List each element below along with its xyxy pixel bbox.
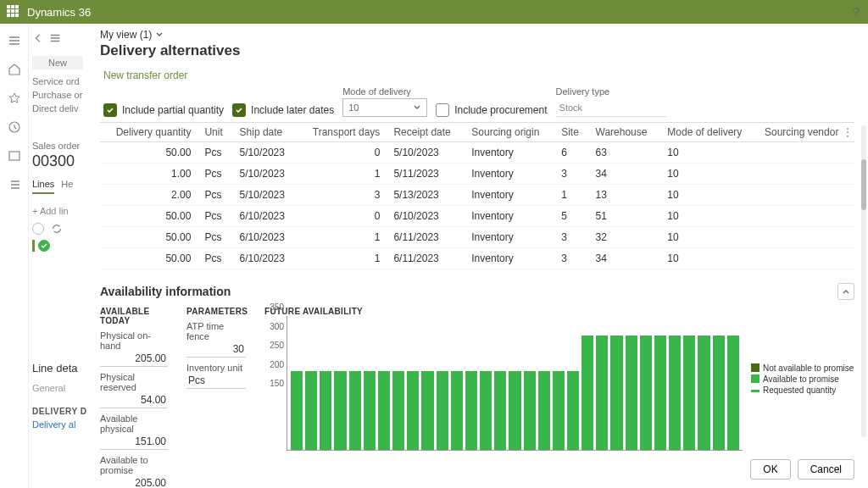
svg-rect-1 xyxy=(9,152,19,160)
chart-bar xyxy=(465,371,477,450)
tab-lines[interactable]: Lines xyxy=(32,179,54,194)
table-row[interactable]: 50.00Pcs5/10/202305/10/2023Inventory6631… xyxy=(100,142,854,164)
table-row[interactable]: 2.00Pcs5/10/202335/13/2023Inventory11310 xyxy=(100,185,854,206)
ok-button[interactable]: OK xyxy=(750,459,790,480)
scrollbar[interactable] xyxy=(861,125,866,437)
mode-of-delivery-select[interactable]: 10 xyxy=(342,98,427,117)
bg-link[interactable]: Purchase or xyxy=(32,88,83,102)
order-number: 00300 xyxy=(32,152,83,170)
chart-bar xyxy=(320,371,331,450)
product-name: Dynamics 36 xyxy=(27,6,91,19)
delivery-section-label: DELIVERY D xyxy=(32,407,83,416)
alternatives-table: ⋮ Delivery quantityUnitShip dateTranspor… xyxy=(100,122,854,269)
more-columns-icon[interactable]: ⋮ xyxy=(843,126,853,138)
chart-bar xyxy=(626,336,637,450)
table-row[interactable]: 1.00Pcs5/10/202315/11/2023Inventory33410 xyxy=(100,164,854,185)
delivery-alternatives-link[interactable]: Delivery al xyxy=(32,419,83,430)
refresh-icon[interactable] xyxy=(51,223,63,235)
chart-bar xyxy=(421,371,433,450)
chart-legend: Not available to promise Available to pr… xyxy=(746,307,854,451)
row-select-icon[interactable] xyxy=(32,223,44,235)
chart-bar xyxy=(596,336,608,450)
y-tick: 350 xyxy=(265,302,284,312)
chart-bar xyxy=(407,371,419,450)
new-transfer-order-link[interactable]: New transfer order xyxy=(103,69,854,81)
include-later-checkbox[interactable]: Include later dates xyxy=(232,103,334,117)
availability-heading: Availability information xyxy=(100,285,231,298)
chart-bar xyxy=(437,371,448,450)
chart-bar xyxy=(334,371,346,450)
available-physical-value: 151.00 xyxy=(100,434,168,450)
view-selector[interactable]: My view (1) xyxy=(100,29,854,41)
table-row[interactable]: 50.00Pcs6/10/202316/11/2023Inventory3321… xyxy=(100,227,854,248)
chart-bar xyxy=(553,371,565,450)
table-row[interactable]: 50.00Pcs6/10/202306/10/2023Inventory5511… xyxy=(100,206,854,227)
help-icon[interactable]: ? xyxy=(853,5,860,19)
table-row[interactable]: 50.00Pcs6/10/202316/11/2023Inventory3341… xyxy=(100,248,854,269)
clock-icon[interactable] xyxy=(8,120,21,134)
new-badge: New xyxy=(32,56,83,69)
column-header[interactable]: Warehouse xyxy=(589,123,661,142)
app-header: Dynamics 36 xyxy=(0,0,868,24)
future-availability-chart: 150200250300350 xyxy=(287,316,743,451)
y-tick: 250 xyxy=(265,341,284,350)
column-header[interactable]: Unit xyxy=(198,123,232,142)
chart-bar xyxy=(683,336,695,450)
column-header[interactable]: Sourcing vendor xyxy=(758,123,854,142)
collapse-button[interactable] xyxy=(837,283,854,300)
parameters-label: PARAMETERS xyxy=(186,307,246,316)
column-header[interactable]: Sourcing origin xyxy=(465,123,554,142)
star-icon[interactable] xyxy=(8,92,21,105)
tab-general[interactable]: General xyxy=(32,383,83,393)
chart-bar xyxy=(538,371,550,450)
column-header[interactable]: Mode of delivery xyxy=(660,123,758,142)
delivery-type-value: Stock xyxy=(556,98,666,117)
chart-bar xyxy=(567,371,579,450)
column-header[interactable]: Receipt date xyxy=(387,123,465,142)
chart-bar xyxy=(349,371,361,450)
chart-bar xyxy=(305,371,317,450)
status-ok-icon xyxy=(38,240,50,252)
sales-order-label: Sales order xyxy=(32,141,83,151)
cancel-button[interactable]: Cancel xyxy=(798,459,854,480)
home-icon[interactable] xyxy=(8,63,21,76)
chart-bar xyxy=(392,371,404,450)
page-title: Delivery alternatives xyxy=(100,42,854,59)
column-header[interactable]: Site xyxy=(554,123,588,142)
chart-bar xyxy=(698,336,709,450)
y-tick: 300 xyxy=(265,321,284,330)
tab-header[interactable]: He xyxy=(61,179,73,194)
chart-bar xyxy=(727,336,739,450)
column-header[interactable]: Delivery quantity xyxy=(100,123,198,142)
mode-of-delivery-label: Mode of delivery xyxy=(342,86,427,97)
chart-bar xyxy=(364,371,376,450)
chart-bar xyxy=(654,336,666,450)
line-details-heading: Line deta xyxy=(32,362,83,374)
chart-bar xyxy=(524,371,536,450)
list-icon[interactable] xyxy=(8,178,21,191)
chart-bar xyxy=(669,336,681,450)
chevron-up-icon xyxy=(842,287,850,296)
back-button[interactable] xyxy=(32,32,83,44)
background-page: New Service ord Purchase or Direct deliv… xyxy=(29,24,86,488)
nav-rail xyxy=(0,24,29,488)
inventory-unit-value: Pcs xyxy=(186,373,246,389)
chart-bar xyxy=(581,336,593,450)
chart-bar xyxy=(713,336,725,450)
bg-link[interactable]: Service ord xyxy=(32,75,83,88)
include-partial-checkbox[interactable]: Include partial quantity xyxy=(103,103,224,117)
column-header[interactable]: Ship date xyxy=(233,123,298,142)
chart-bar xyxy=(509,371,520,450)
menu-icon[interactable] xyxy=(8,34,21,47)
chart-bar xyxy=(480,371,492,450)
chart-bar xyxy=(610,336,622,450)
column-header[interactable]: Transport days xyxy=(298,123,387,142)
bg-link[interactable]: Direct deliv xyxy=(32,102,83,115)
chart-bar xyxy=(451,371,463,450)
module-icon[interactable] xyxy=(8,149,21,163)
apps-icon[interactable] xyxy=(7,5,20,19)
add-line-button[interactable]: + Add lin xyxy=(32,206,83,216)
include-procurement-checkbox[interactable]: Include procurement xyxy=(436,103,547,117)
chevron-down-icon xyxy=(155,30,164,39)
available-today-label: AVAILABLE TODAY xyxy=(100,307,168,325)
